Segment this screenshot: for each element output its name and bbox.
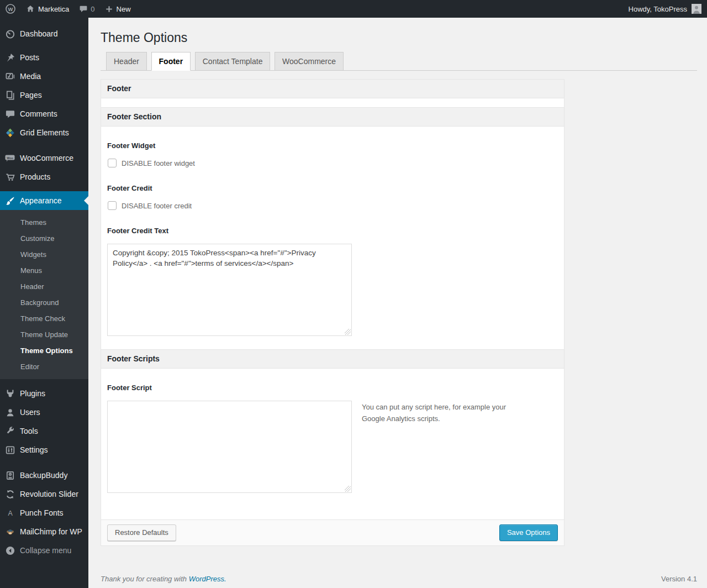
sidebar-item-backupbuddy[interactable]: BackupBuddy (0, 466, 88, 485)
sidebar-item-punch-fonts[interactable]: A Punch Fonts (0, 503, 88, 522)
sidebar-item-plugins[interactable]: Plugins (0, 384, 88, 403)
site-name: Marketica (38, 5, 69, 13)
footer-script-textarea[interactable] (107, 401, 352, 493)
new-label: New (117, 5, 131, 13)
version-text: Version 4.1 (661, 575, 697, 583)
collapse-arrow-icon (4, 545, 15, 556)
sidebar-item-products[interactable]: Products (0, 167, 88, 186)
submenu-item-menus[interactable]: Menus (0, 262, 88, 279)
tab-bar: Header Footer Contact Template WooCommer… (101, 52, 697, 71)
comments-menu[interactable]: 0 (74, 0, 99, 18)
footer-credit-text-textarea[interactable]: Copyright &copy; 2015 TokoPress<span><a … (107, 244, 352, 336)
settings-sliders-icon (4, 444, 15, 455)
footer-widget-label: Footer Widget (107, 141, 558, 150)
sidebar-item-revolution-slider[interactable]: Revolution Slider (0, 485, 88, 503)
sidebar-item-label: Punch Fonts (20, 508, 64, 517)
sidebar-item-label: Collapse menu (20, 546, 71, 555)
svg-text:Woo: Woo (7, 156, 13, 160)
section-title-footer-section: Footer Section (101, 107, 564, 127)
submenu-item-widgets[interactable]: Widgets (0, 246, 88, 262)
textarea-resize-grip[interactable] (345, 329, 351, 335)
wordpress-link[interactable]: WordPress. (189, 575, 226, 583)
grid-elements-icon (4, 127, 15, 138)
footer-script-label: Footer Script (107, 384, 558, 392)
panel-gap (101, 98, 564, 107)
footer-widget-checkbox-row: DISABLE footer widget (108, 159, 558, 167)
footer-section-body: Footer Widget DISABLE footer widget Foot… (101, 127, 564, 349)
textarea-resize-grip[interactable] (345, 486, 351, 492)
theme-options-panel: Footer Footer Section Footer Widget DISA… (101, 79, 564, 546)
howdy-text: Howdy, TokoPress (629, 5, 687, 13)
sidebar-item-label: Grid Elements (20, 128, 69, 137)
submenu-item-background[interactable]: Background (0, 295, 88, 311)
user-icon (4, 407, 15, 418)
svg-text:A: A (8, 509, 13, 517)
sidebar-item-appearance[interactable]: Appearance (0, 191, 88, 210)
tab-contact-template[interactable]: Contact Template (195, 52, 271, 71)
sidebar-item-label: Pages (20, 91, 42, 99)
submenu-item-theme-check[interactable]: Theme Check (0, 311, 88, 327)
sidebar-item-label: Media (20, 72, 41, 81)
sidebar-item-mailchimp[interactable]: MailChimp for WP (0, 522, 88, 541)
sidebar-item-label: Settings (20, 445, 48, 454)
wordpress-logo-icon: W (5, 3, 16, 14)
home-icon (26, 4, 35, 13)
tab-footer[interactable]: Footer (151, 52, 191, 71)
sidebar-item-label: Appearance (20, 196, 62, 205)
submenu-item-theme-update[interactable]: Theme Update (0, 327, 88, 343)
tab-woocommerce[interactable]: WooCommerce (275, 52, 344, 71)
media-icon (4, 71, 15, 82)
appearance-brush-icon (4, 195, 15, 206)
submenu-item-theme-options[interactable]: Theme Options (0, 343, 88, 359)
sidebar-item-label: Products (20, 172, 50, 181)
comments-count: 0 (91, 5, 94, 13)
panel-title-footer: Footer (101, 80, 564, 98)
sidebar-item-woocommerce[interactable]: Woo WooCommerce (0, 149, 88, 167)
footer-thanks-text: Thank you for creating with WordPress. (101, 575, 226, 583)
sidebar-item-label: Dashboard (20, 29, 58, 38)
mailchimp-monkey-icon (4, 526, 15, 537)
sidebar-item-label: BackupBuddy (20, 471, 67, 480)
footer-script-description: You can put any script here, for example… (362, 401, 530, 425)
account-menu[interactable]: Howdy, TokoPress (629, 4, 707, 14)
footer-thanks-prefix: Thank you for creating with (101, 575, 189, 583)
sidebar-item-label: WooCommerce (20, 154, 73, 162)
sidebar-item-collapse-menu[interactable]: Collapse menu (0, 541, 88, 560)
new-content-menu[interactable]: New (100, 0, 136, 18)
sidebar-item-settings[interactable]: Settings (0, 440, 88, 459)
sidebar-item-users[interactable]: Users (0, 403, 88, 422)
sidebar-item-label: Comments (20, 109, 57, 118)
disable-footer-widget-label: DISABLE footer widget (122, 159, 195, 167)
submenu-item-customize[interactable]: Customize (0, 230, 88, 246)
plus-icon (105, 5, 113, 13)
sidebar-item-pages[interactable]: Pages (0, 86, 88, 104)
save-options-button[interactable]: Save Options (499, 524, 558, 542)
sidebar-item-label: Revolution Slider (20, 490, 78, 498)
disable-footer-credit-checkbox[interactable] (108, 201, 117, 210)
panel-action-bar: Restore Defaults Save Options (101, 519, 564, 545)
letter-a-icon: A (4, 507, 15, 518)
submenu-item-themes[interactable]: Themes (0, 214, 88, 230)
tab-header[interactable]: Header (106, 52, 147, 71)
sidebar-item-dashboard[interactable]: Dashboard (0, 24, 88, 43)
sidebar-item-comments[interactable]: Comments (0, 104, 88, 123)
main-content: Theme Options Header Footer Contact Temp… (88, 18, 707, 588)
footer-credit-text-label: Footer Credit Text (107, 227, 558, 235)
pushpin-icon (4, 52, 15, 63)
submenu-item-editor[interactable]: Editor (0, 359, 88, 375)
sidebar-item-grid-elements[interactable]: Grid Elements (0, 123, 88, 142)
site-name-menu[interactable]: Marketica (21, 0, 74, 18)
submenu-item-header[interactable]: Header (0, 279, 88, 295)
sidebar-item-tools[interactable]: Tools (0, 422, 88, 440)
comments-bubble-icon (4, 108, 15, 119)
svg-text:W: W (8, 6, 13, 12)
pages-icon (4, 90, 15, 101)
avatar (692, 4, 701, 14)
sidebar-item-media[interactable]: Media (0, 67, 88, 86)
plugin-icon (4, 388, 15, 399)
restore-defaults-button[interactable]: Restore Defaults (107, 524, 176, 542)
backup-drive-icon (4, 470, 15, 481)
wordpress-logo-menu[interactable]: W (0, 0, 21, 18)
disable-footer-widget-checkbox[interactable] (108, 159, 117, 167)
sidebar-item-posts[interactable]: Posts (0, 48, 88, 67)
